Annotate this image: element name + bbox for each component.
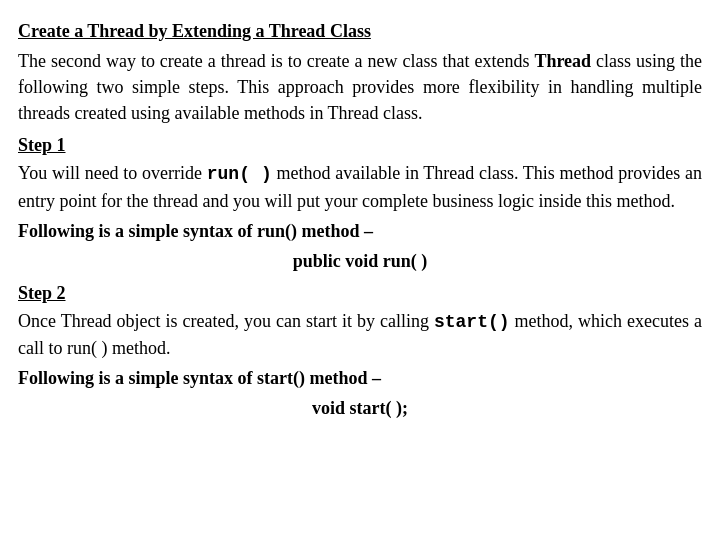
intro-text-1: The second way to create a thread is to … bbox=[18, 51, 534, 71]
step2-heading: Step 2 bbox=[18, 280, 702, 306]
step2-paragraph: Once Thread object is created, you can s… bbox=[18, 308, 702, 361]
intro-bold: Thread bbox=[534, 51, 591, 71]
step2-text1: Once Thread object is created, you can s… bbox=[18, 311, 434, 331]
step1-text1: You will need to override bbox=[18, 163, 207, 183]
main-content: Create a Thread by Extending a Thread Cl… bbox=[0, 0, 720, 441]
step1-code: public void run( ) bbox=[18, 248, 702, 274]
step2-start-method: start() bbox=[434, 312, 510, 332]
step1-syntax-label: Following is a simple syntax of run() me… bbox=[18, 218, 702, 244]
page-title: Create a Thread by Extending a Thread Cl… bbox=[18, 21, 371, 41]
step1-heading: Step 1 bbox=[18, 132, 702, 158]
step1-run-method: run( ) bbox=[207, 164, 272, 184]
step2-bold-label: Following is a simple syntax of start() … bbox=[18, 368, 381, 388]
intro-paragraph: The second way to create a thread is to … bbox=[18, 48, 702, 126]
step1-bold-label: Following is a simple syntax of run() me… bbox=[18, 221, 373, 241]
step1-paragraph: You will need to override run( ) method … bbox=[18, 160, 702, 213]
step2-syntax-label: Following is a simple syntax of start() … bbox=[18, 365, 702, 391]
step2-code: void start( ); bbox=[18, 395, 702, 421]
title-paragraph: Create a Thread by Extending a Thread Cl… bbox=[18, 18, 702, 44]
